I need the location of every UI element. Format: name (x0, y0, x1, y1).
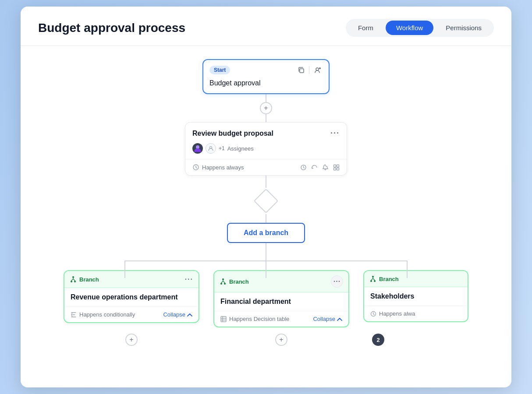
header: Budget approval process Form Workflow Pe… (21, 7, 511, 46)
happens-text: Happens always (202, 164, 244, 171)
v-line-1 (266, 94, 266, 102)
branch-3-happens: Happens alwa (370, 310, 415, 317)
start-node-title: Budget approval (203, 78, 329, 93)
start-badge: Start (209, 66, 230, 74)
chevron-up-icon-2 (337, 317, 342, 321)
branch-2-happens: Happens Decision table (220, 316, 289, 322)
branch-3-count: 2 (363, 334, 468, 346)
svg-rect-11 (337, 168, 339, 170)
branch-2-footer: Happens Decision table Collapse (214, 311, 348, 327)
bell-icon (322, 164, 329, 171)
branch-1-add-area: + (64, 334, 199, 346)
branch-2-title: Financial department (214, 292, 348, 311)
start-node-header: Start (203, 60, 329, 78)
task-node: Review budget proposal ··· (185, 122, 347, 176)
happens-icon-3 (370, 311, 376, 317)
chevron-up-icon-1 (187, 313, 192, 317)
svg-point-2 (319, 67, 321, 69)
avatar-2 (206, 143, 216, 154)
main-v-line (266, 243, 266, 260)
v-line-2 (266, 114, 266, 122)
table-icon (220, 316, 227, 322)
task-footer: Happens always (185, 159, 347, 175)
branch-1-title: Revenue operations department (64, 288, 199, 306)
divider (309, 66, 309, 74)
branch-3-badge: 2 (372, 334, 384, 346)
avatar-1 (192, 143, 203, 154)
branch-2-collapse-btn[interactable]: Collapse (313, 316, 342, 322)
right-v-line (407, 260, 408, 278)
footer-icons (300, 164, 340, 171)
copy-icon[interactable] (297, 66, 305, 74)
branch-3-title: Stakeholders (364, 287, 468, 306)
branch-2-happens-text: Happens Decision table (229, 316, 289, 322)
assignees-label: Assignees (227, 145, 254, 152)
workflow-canvas: Start (21, 46, 511, 387)
branch-2-add-btn[interactable]: + (275, 334, 287, 346)
grid-icon (333, 164, 340, 171)
branch-1-collapse-btn[interactable]: Collapse (163, 311, 192, 318)
connector-3 (266, 214, 266, 223)
refresh-icon (311, 164, 318, 171)
svg-rect-18 (221, 317, 226, 322)
branch-3-footer: Happens alwa (364, 306, 468, 321)
svg-rect-0 (300, 69, 304, 73)
branch-node-2: Branch ··· Financial department Happens … (213, 270, 349, 327)
branch-2-add-area: + (213, 334, 349, 346)
tab-group: Form Workflow Permissions (346, 19, 494, 37)
app-window: Budget approval process Form Workflow Pe… (21, 7, 511, 387)
assignee-count: +1 (219, 145, 225, 151)
task-assignees: +1 Assignees (185, 141, 347, 159)
svg-rect-8 (334, 165, 336, 167)
start-node: Start (202, 59, 330, 94)
branch-2-label: Branch (229, 278, 249, 285)
connector-1: + (260, 94, 272, 122)
clock-icon (300, 164, 307, 171)
tab-workflow[interactable]: Workflow (386, 21, 433, 35)
task-title: Review budget proposal (192, 130, 273, 137)
task-node-header: Review budget proposal ··· (185, 123, 347, 141)
branch-1-footer: Happens conditionally Collapse (64, 306, 199, 322)
left-v-line (124, 260, 125, 278)
add-branch-btn[interactable]: Add a branch (227, 223, 305, 243)
branch-1-add-btn[interactable]: + (125, 334, 138, 346)
svg-rect-9 (337, 165, 339, 167)
node-actions (297, 65, 323, 75)
v-line-4 (266, 214, 266, 223)
decision-diamond (253, 188, 279, 214)
page-title: Budget approval process (38, 21, 185, 35)
branch-add-row: + + 2 (51, 334, 481, 355)
connector-2 (266, 176, 266, 188)
branch-1-happens-text: Happens conditionally (79, 311, 135, 318)
branch-node-1: Branch ··· Revenue operations department… (64, 270, 199, 323)
svg-point-1 (316, 68, 319, 70)
happens-label: Happens always (192, 164, 244, 171)
formula-icon (71, 312, 77, 318)
center-v-line (266, 260, 266, 278)
branch-connectors (51, 243, 481, 278)
branch-1-happens: Happens conditionally (71, 311, 135, 318)
v-line-3 (266, 176, 266, 188)
branch-3-happens-text: Happens alwa (379, 310, 415, 317)
branch-icon-2 (220, 278, 227, 285)
svg-rect-10 (334, 168, 336, 170)
user-settings-icon[interactable] (313, 65, 323, 75)
svg-point-4 (196, 145, 199, 149)
diamond-shape (254, 189, 279, 214)
add-step-btn-1[interactable]: + (260, 102, 272, 114)
tab-form[interactable]: Form (348, 21, 384, 35)
tab-permissions[interactable]: Permissions (435, 21, 492, 35)
task-more-btn[interactable]: ··· (330, 129, 340, 138)
branch-row: Branch ··· Revenue operations department… (51, 270, 481, 327)
